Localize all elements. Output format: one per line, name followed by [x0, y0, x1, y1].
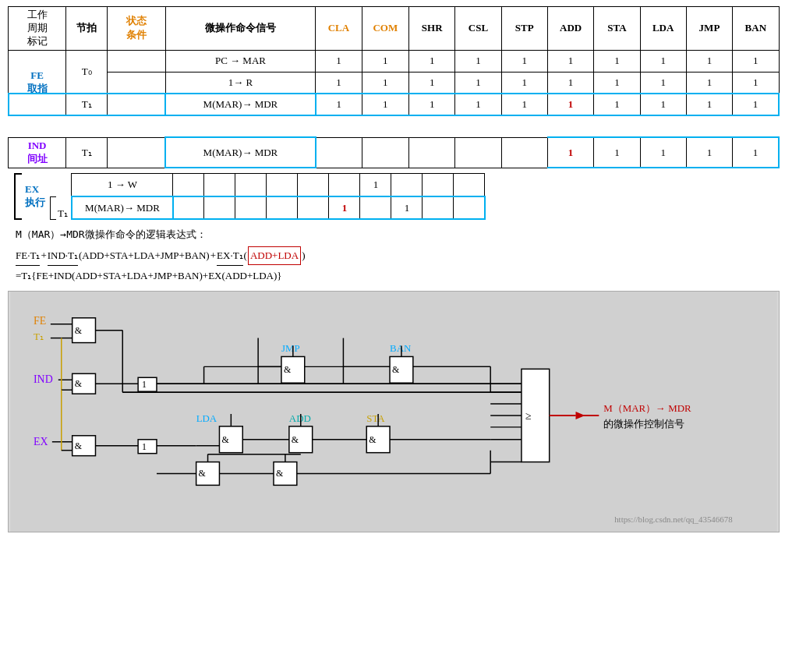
svg-text:&: & [199, 469, 207, 479]
fe-row1-cmd: PC → MAR [165, 50, 316, 72]
fe-row1-lda: 1 [640, 50, 686, 72]
fe-row1-com: 1 [362, 50, 408, 72]
fe-row3-ban: 1 [733, 94, 779, 115]
ind-stp [501, 137, 547, 168]
ind-lda: 1 [640, 137, 686, 168]
ban-label: BAN [390, 343, 412, 355]
svg-text:&: & [75, 440, 83, 451]
svg-text:1: 1 [142, 441, 147, 452]
col-csl-header: CSL [455, 7, 501, 51]
ex-row1-stp [298, 174, 329, 196]
fe-row1-ban: 1 [733, 50, 779, 72]
ind-csl [455, 137, 501, 168]
col-stp-header: STP [501, 7, 547, 51]
ind-jmp: 1 [686, 137, 732, 168]
fe-t0-cell: T₀ [66, 50, 108, 94]
main-table: 工作周期标记 节拍 状态条件 微操作命令信号 CLA COM SHR CSL S… [8, 6, 780, 168]
svg-text:≥: ≥ [525, 410, 532, 422]
col-shr-header: SHR [409, 7, 455, 51]
ex-row-1: 1 → W 1 [72, 174, 485, 196]
ex-row2-shr [235, 196, 267, 219]
ex-label: EX执行 [25, 183, 45, 210]
fe-row3-stp: 1 [501, 94, 547, 115]
ind-ban: 1 [733, 137, 779, 168]
fe-row3-jmp: 1 [686, 94, 732, 115]
fe-row2-shr: 1 [409, 72, 455, 94]
ind-cond-cell [108, 137, 165, 168]
svg-rect-14 [138, 378, 157, 392]
fe-cycle-cell: FE取指 [9, 50, 66, 115]
formula-ind-t1: IND·T₁ [48, 247, 78, 266]
svg-text:&: & [369, 434, 377, 445]
svg-text:&: & [75, 379, 83, 390]
logic-diagram-svg: FE T₁ & IND & [9, 292, 779, 532]
fe-row2-ban: 1 [733, 72, 779, 94]
fe-row1-sta: 1 [594, 50, 640, 72]
svg-text:&: & [284, 365, 292, 376]
svg-text:&: & [392, 365, 400, 376]
ex-row1-ban [454, 174, 485, 196]
fe-row3-csl: 1 [455, 94, 501, 115]
col-ban-header: BAN [733, 7, 779, 51]
ex-row1-lda [391, 174, 423, 196]
ex-row2-sta [360, 196, 391, 219]
fe-row2-lda: 1 [640, 72, 686, 94]
fe-row3-shr: 1 [409, 94, 455, 115]
fe-row1-stp: 1 [501, 50, 547, 72]
formula-area: M（MAR）→MDR微操作命令的逻辑表达式： FE·T₁ + IND·T₁ (A… [16, 226, 777, 285]
sta-label: STA [366, 412, 385, 424]
ex-row2-com [204, 196, 235, 219]
fe-row3-cla: 1 [316, 94, 362, 115]
ex-row1-cla [173, 174, 204, 196]
ex-label-area: EX执行 [25, 173, 48, 220]
fe-row2-csl: 1 [455, 72, 501, 94]
svg-text:&: & [292, 434, 299, 445]
ind-com [362, 137, 408, 168]
fe-row1-cond [108, 50, 165, 72]
fe-row1-add: 1 [547, 50, 593, 72]
ex-t1-label: T₁ [58, 173, 68, 220]
fe-t1-cell: T₁ [66, 94, 108, 115]
formula-fe-t1: FE·T₁ [16, 247, 40, 266]
separator-row [9, 115, 780, 137]
main-container: 工作周期标记 节拍 状态条件 微操作命令信号 CLA COM SHR CSL S… [0, 0, 785, 539]
fe-row1-csl: 1 [455, 50, 501, 72]
col-add-header: ADD [547, 7, 593, 51]
ex-row2-jmp [423, 196, 454, 219]
ind-sta: 1 [594, 137, 640, 168]
svg-text:&: & [75, 325, 83, 336]
fe-row3-lda: 1 [640, 94, 686, 115]
fe-row2-cond [108, 72, 165, 94]
ind-add: 1 [547, 137, 593, 168]
fe-row1-jmp: 1 [686, 50, 732, 72]
ex-inner-bracket [50, 173, 56, 220]
fe-row2-cla: 1 [316, 72, 362, 94]
formula-title: M（MAR）→MDR微操作命令的逻辑表达式： [16, 226, 777, 243]
col-cycle-header: 工作周期标记 [9, 7, 66, 51]
ex-row1-jmp [423, 174, 454, 196]
ex-row2-stp [298, 196, 329, 219]
ind-cmd-cell: M(MAR)→ MDR [165, 137, 316, 168]
fe-row3-cmd: M(MAR)→ MDR [165, 94, 316, 115]
fe-row2-add: 1 [547, 72, 593, 94]
ex-row2-ban [454, 196, 485, 219]
ind-t1-cell: T₁ [66, 137, 108, 168]
col-jmp-header: JMP [686, 7, 732, 51]
fe-label: FE [34, 315, 46, 327]
fe-row-2: 1→ R 1 1 1 1 1 1 1 1 1 1 [9, 72, 780, 94]
jmp-label: JMP [281, 343, 300, 355]
svg-text:M（MAR）→ MDR: M（MAR）→ MDR [603, 402, 691, 414]
svg-text:的微操作控制信号: 的微操作控制信号 [603, 418, 684, 430]
col-cmd-header: 微操作命令信号 [165, 7, 316, 51]
fe-row1-cla: 1 [316, 50, 362, 72]
ex-row2-csl [267, 196, 298, 219]
ex-row-2: M(MAR)→ MDR 1 1 [72, 196, 485, 219]
svg-text:https://blog.csdn.net/qq_43546: https://blog.csdn.net/qq_43546678 [614, 515, 733, 525]
fe-row2-com: 1 [362, 72, 408, 94]
ex-row2-lda: 1 [391, 196, 423, 219]
fe-row2-sta: 1 [594, 72, 640, 94]
ex-table: 1 → W 1 M(MAR)→ MDR [71, 173, 486, 220]
fe-row3-cond [108, 94, 165, 115]
formula-line1: FE·T₁ + IND·T₁ (ADD+STA+LDA+JMP+BAN) + E… [16, 246, 777, 266]
ex-row1-cmd: 1 → W [72, 174, 173, 196]
